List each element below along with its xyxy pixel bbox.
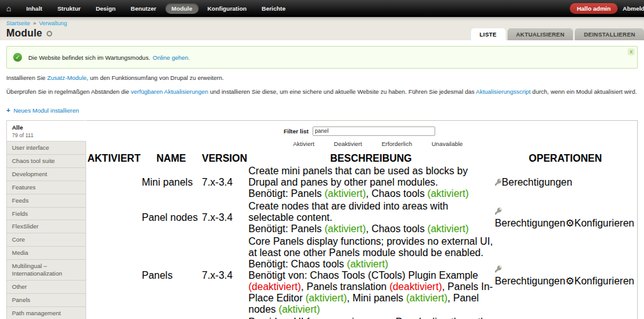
text-run: (aktiviert)	[279, 304, 320, 315]
toolbar-item-berichte[interactable]: Berichte	[255, 3, 292, 14]
filter-list-label: Filter list	[284, 128, 309, 135]
module-enabled-cell	[87, 236, 140, 315]
checkbox-icon[interactable]	[325, 140, 331, 147]
tab-deinstallieren[interactable]: DEINSTALLIEREN	[575, 28, 644, 40]
toolbar-item-struktur[interactable]: Struktur	[51, 3, 87, 14]
text-run: (aktiviert)	[428, 188, 469, 199]
tab-aktualisieren[interactable]: AKTUALISIEREN	[508, 28, 574, 40]
module-version: 7.x-3.4	[202, 201, 247, 235]
module-enabled-cell	[87, 165, 140, 199]
toolbar-user-area: Hallo admin Abmelden	[570, 0, 644, 17]
checkbox-icon[interactable]	[372, 140, 379, 147]
logout-link[interactable]: Abmelden	[623, 5, 644, 12]
module-version: 7.x-3.4	[202, 165, 247, 199]
breadcrumb-verwaltung-link[interactable]: Verwaltung	[39, 20, 67, 26]
key-icon	[495, 177, 502, 187]
berechtigungen-link[interactable]: Berechtigungen	[495, 218, 565, 228]
text-run: Überprüfen Sie in regelmäßgen Abständen …	[6, 88, 131, 95]
sidebar-item-user-interface[interactable]: User interface	[6, 141, 86, 154]
module-requirements: Benötigt: Panels (aktiviert), Chaos tool…	[248, 188, 494, 199]
inline-link[interactable]: Aktualisierungsscript	[476, 88, 531, 95]
close-message-button[interactable]: X	[628, 48, 635, 55]
toolbar-item-inhalt[interactable]: Inhalt	[20, 3, 48, 14]
checkbox-icon[interactable]	[284, 140, 291, 147]
column-header-aktiviert: AKTIVIERT	[87, 153, 140, 164]
toolbar-item-design[interactable]: Design	[89, 3, 122, 14]
op-slot-berechtigungen: Berechtigungen	[495, 177, 572, 187]
sidebar-item-path-management[interactable]: Path management	[6, 306, 86, 319]
sidebar-item-features[interactable]: Features	[6, 181, 86, 194]
op-slot-konfigurieren: ⚙Konfigurieren	[565, 218, 635, 228]
toolbar-item-konfiguration[interactable]: Konfiguration	[201, 3, 253, 14]
filter-list-input[interactable]	[313, 126, 435, 136]
inline-link[interactable]: Zusatz-Module	[47, 74, 87, 81]
filter-checkboxes: AktiviertDeaktiviertErforderlichUnavaila…	[284, 140, 440, 147]
module-enabled-checkbox[interactable]	[87, 214, 94, 221]
filter-checkbox-deaktiviert[interactable]: Deaktiviert	[325, 140, 362, 147]
gear-icon: ⚙	[565, 218, 574, 228]
module-operations-cell: ⚙Konfigurieren	[495, 316, 636, 319]
column-header-operationen: OPERATIONEN	[495, 153, 636, 164]
help-icon[interactable]	[47, 31, 52, 36]
sidebar-item-core[interactable]: Core	[6, 233, 86, 246]
filter-checkbox-aktiviert[interactable]: Aktiviert	[284, 140, 314, 147]
sidebar-alle-label: Alle	[12, 124, 80, 132]
sidebar-item-alle[interactable]: Alle79 of 111	[6, 120, 86, 142]
filter-checkbox-erforderlich[interactable]: Erforderlich	[372, 140, 413, 147]
text-run: und installieren Sie diese, um eine sich…	[208, 88, 475, 95]
text-run: (deaktiviert)	[389, 281, 442, 292]
user-badge[interactable]: Hallo admin	[570, 3, 618, 14]
sidebar-item-media[interactable]: Media	[6, 246, 86, 259]
column-header-name: NAME	[142, 153, 201, 164]
module-description-cell: Core Panels display functions; provides …	[248, 236, 494, 315]
berechtigungen-link[interactable]: Berechtigungen	[495, 276, 565, 286]
text-run: , um den Funktionsumfang von Drupal zu e…	[87, 74, 224, 81]
module-enabled-checkbox[interactable]	[87, 179, 94, 186]
toolbar-item-benutzer[interactable]: Benutzer	[125, 3, 163, 14]
home-icon[interactable]: ⌂	[6, 4, 11, 13]
intro-paragraph: Überprüfen Sie in regelmäßgen Abständen …	[6, 88, 638, 96]
page-title: Module	[6, 28, 42, 39]
main-content: ✓ Die Website befindet sich im Wartungsm…	[0, 40, 644, 319]
berechtigungen-link[interactable]: Berechtigungen	[502, 177, 572, 187]
module-enabled-checkbox	[87, 272, 94, 279]
breadcrumb-separator: »	[33, 20, 36, 26]
inline-link[interactable]: verfügbaren Aktualisierungen	[131, 88, 208, 95]
text-run: Benötigt: Panels	[248, 223, 325, 234]
sidebar-item-fields[interactable]: Fields	[6, 207, 86, 220]
text-run: , Chaos tools	[366, 188, 428, 199]
intro-text: Installieren Sie Zusatz-Module, um den F…	[6, 74, 638, 96]
key-icon	[495, 264, 502, 274]
konfigurieren-link[interactable]: Konfigurieren	[574, 218, 634, 228]
text-run: , Panels translation	[301, 281, 390, 292]
sidebar-item-flexslider[interactable]: FlexSlider	[6, 220, 86, 233]
module-version: 7.x-3.4	[202, 316, 247, 319]
text-run: (deaktiviert)	[248, 281, 301, 292]
sidebar-item-feeds[interactable]: Feeds	[6, 194, 86, 207]
breadcrumb-home-link[interactable]: Startseite	[6, 20, 30, 26]
checkbox-icon[interactable]	[422, 140, 429, 147]
sidebar-item-development[interactable]: Development	[6, 167, 86, 181]
filter-bar: Filter list AktiviertDeaktiviertErforder…	[284, 121, 440, 152]
text-run: , Mini panels	[347, 293, 406, 303]
toolbar-item-module[interactable]: Module	[165, 3, 199, 14]
status-text: Die Website befindet sich im Wartungsmod…	[28, 54, 150, 61]
plus-icon: +	[6, 107, 10, 114]
column-header-version: VERSION	[202, 153, 247, 164]
sidebar-item-panels[interactable]: Panels	[6, 293, 86, 306]
sidebar-item-other[interactable]: Other	[6, 280, 86, 293]
page-header: Startseite » Verwaltung Module LISTEAKTU…	[0, 17, 644, 40]
module-list-panel: Filter list AktiviertDeaktiviertErforder…	[86, 120, 638, 319]
sidebar-item-multilingual-internationalization[interactable]: Multilingual – Internationalization	[6, 259, 86, 280]
module-description: Create mini panels that can be used as b…	[248, 165, 494, 188]
online-gehen-link[interactable]: Online gehen.	[153, 54, 190, 61]
module-name: Panel nodes	[142, 201, 201, 235]
text-run: (aktiviert)	[428, 223, 469, 234]
sidebar-item-chaos-tool-suite[interactable]: Chaos tool suite	[6, 154, 86, 167]
konfigurieren-link[interactable]: Konfigurieren	[574, 276, 634, 286]
filter-checkbox-unavailable[interactable]: Unavailable	[422, 140, 463, 147]
module-filter-sidebar: Alle79 of 111User interfaceChaos tool su…	[6, 120, 86, 319]
tab-liste[interactable]: LISTE	[471, 28, 506, 40]
toolbar-menu: InhaltStrukturDesignBenutzerModuleKonfig…	[20, 3, 292, 14]
install-new-module-link[interactable]: + Neues Modul installieren	[6, 107, 638, 114]
